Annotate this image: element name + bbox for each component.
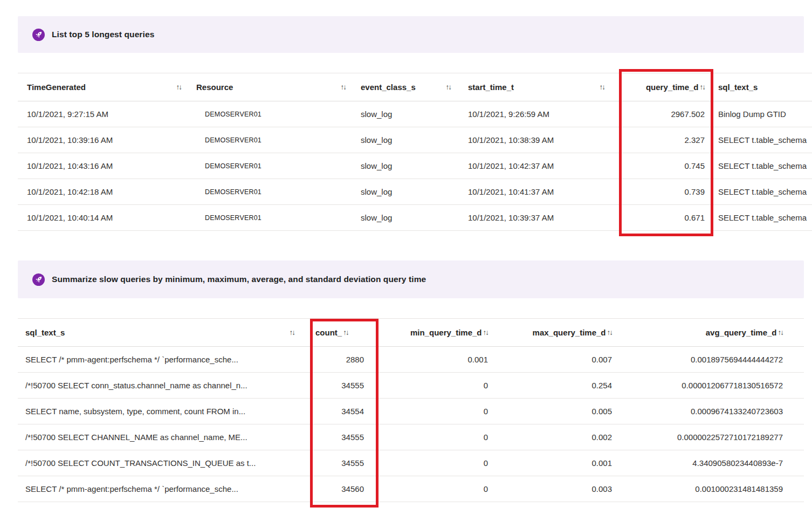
time-generated-cell: 10/1/2021, 9:27:15 AM [18, 109, 189, 119]
sql-text-cell: SELECT /* pmm-agent:perfschema */ `perfo… [18, 484, 302, 493]
column-header-count[interactable]: count_ ↑↓ [302, 328, 378, 337]
summary-table-row[interactable]: /*!50700 SELECT COUNT_TRANSACTIONS_IN_QU… [18, 450, 804, 476]
column-label: max_query_time_d [533, 328, 606, 337]
sort-icon: ↑↓ [342, 328, 348, 337]
max-query-time-cell: 0.002 [493, 433, 617, 442]
top-results-table: TimeGenerated ↑↓ Resource ↑↓ event_class… [18, 73, 812, 232]
prompt-banner-bottom[interactable]: Summarize slow queries by minimum, maxim… [18, 260, 804, 298]
time-generated-cell: 10/1/2021, 10:40:14 AM [18, 213, 189, 222]
min-query-time-cell: 0 [378, 458, 493, 468]
query-time-cell: 0.671 [612, 213, 713, 222]
top-table-row[interactable]: 10/1/2021, 10:43:16 AM DEMOSERVER01 slow… [18, 153, 812, 179]
summary-table-row[interactable]: SELECT /* pmm-agent:perfschema */ `perfo… [18, 476, 804, 502]
column-header-query-time[interactable]: query_time_d ↑↓ [612, 83, 713, 92]
sort-icon: ↑↓ [443, 83, 451, 91]
count-cell: 34555 [302, 381, 378, 390]
summary-table-row[interactable]: SELECT /* pmm-agent:perfschema */ `perfo… [18, 347, 804, 373]
min-query-time-cell: 0 [378, 407, 493, 416]
sort-icon: ↑↓ [699, 83, 705, 91]
summary-table-header-row: sql_text_s ↑↓ count_ ↑↓ min_query_time_d… [18, 318, 804, 347]
column-label: avg_query_time_d [706, 328, 777, 337]
event-class-cell: slow_log [353, 161, 458, 170]
event-class-cell: slow_log [353, 187, 458, 196]
summary-table-row[interactable]: /*!50700 SELECT CHANNEL_NAME as channel_… [18, 424, 804, 450]
sql-text-cell: /*!50700 SELECT COUNT_TRANSACTIONS_IN_QU… [18, 458, 302, 468]
sql-text-cell: Binlog Dump GTID [713, 109, 812, 119]
sql-text-cell: SELECT t.table_schema [713, 187, 812, 196]
column-label: query_time_d [646, 83, 699, 92]
avg-query-time-cell: 0.001000231481481359 [617, 484, 804, 493]
sql-text-cell: /*!50700 SELECT CHANNEL_NAME as channel_… [18, 433, 302, 442]
start-time-cell: 10/1/2021, 10:39:37 AM [458, 213, 612, 222]
sql-text-cell: SELECT t.table_schema [713, 135, 812, 145]
query-time-cell: 0.739 [612, 187, 713, 196]
max-query-time-cell: 0.003 [493, 484, 617, 493]
start-time-cell: 10/1/2021, 9:26:59 AM [458, 109, 612, 119]
event-class-cell: slow_log [353, 109, 458, 119]
copilot-rocket-icon [32, 29, 45, 41]
top-table-row[interactable]: 10/1/2021, 10:42:18 AM DEMOSERVER01 slow… [18, 179, 812, 205]
sql-text-cell: SELECT t.table_schema [713, 161, 812, 170]
prompt-text: List top 5 longest queries [52, 30, 154, 39]
sql-text-cell: SELECT name, subsystem, type, comment, c… [18, 407, 302, 416]
min-query-time-cell: 0.001 [378, 355, 493, 364]
column-label: count_ [315, 328, 342, 337]
top-table-row[interactable]: 10/1/2021, 9:27:15 AM DEMOSERVER01 slow_… [18, 101, 812, 127]
column-label: TimeGenerated [27, 83, 86, 92]
count-cell: 2880 [302, 355, 378, 364]
start-time-cell: 10/1/2021, 10:38:39 AM [458, 135, 612, 145]
resource-cell: DEMOSERVER01 [189, 188, 353, 196]
resource-cell: DEMOSERVER01 [189, 111, 353, 118]
column-header-sql-text[interactable]: sql_text_s ↑↓ [18, 328, 302, 337]
max-query-time-cell: 0.007 [493, 355, 617, 364]
column-header-min-query-time[interactable]: min_query_time_d ↑↓ [378, 328, 493, 337]
start-time-cell: 10/1/2021, 10:42:37 AM [458, 161, 612, 170]
sort-icon: ↑↓ [173, 83, 182, 91]
top-table-row[interactable]: 10/1/2021, 10:39:16 AM DEMOSERVER01 slow… [18, 127, 812, 153]
column-header-sql-text[interactable]: sql_text_s ↑↓ [713, 83, 812, 92]
min-query-time-cell: 0 [378, 484, 493, 493]
avg-query-time-cell: 0.000012067718130516572 [617, 381, 804, 390]
sort-icon: ↑↓ [596, 83, 605, 91]
column-label: sql_text_s [718, 83, 758, 92]
sort-icon: ↑↓ [482, 328, 488, 337]
sql-text-cell: SELECT /* pmm-agent:perfschema */ `perfo… [18, 355, 302, 364]
column-header-resource[interactable]: Resource ↑↓ [189, 83, 353, 92]
event-class-cell: slow_log [353, 213, 458, 222]
column-header-event-class[interactable]: event_class_s ↑↓ [353, 83, 458, 92]
column-header-max-query-time[interactable]: max_query_time_d ↑↓ [493, 328, 617, 337]
count-cell: 34554 [302, 407, 378, 416]
column-label: start_time_t [468, 83, 514, 92]
avg-query-time-cell: 0.0018975694444444272 [617, 355, 804, 364]
event-class-cell: slow_log [353, 135, 458, 145]
max-query-time-cell: 0.254 [493, 381, 617, 390]
count-cell: 34555 [302, 458, 378, 468]
sort-icon: ↑↓ [338, 83, 346, 91]
time-generated-cell: 10/1/2021, 10:42:18 AM [18, 187, 189, 196]
column-label: event_class_s [361, 83, 416, 92]
column-header-time-generated[interactable]: TimeGenerated ↑↓ [18, 83, 189, 92]
resource-cell: DEMOSERVER01 [189, 214, 353, 222]
time-generated-cell: 10/1/2021, 10:43:16 AM [18, 161, 189, 170]
min-query-time-cell: 0 [378, 381, 493, 390]
min-query-time-cell: 0 [378, 433, 493, 442]
column-label: Resource [196, 83, 233, 92]
summary-table-row[interactable]: /*!50700 SELECT conn_status.channel_name… [18, 373, 804, 399]
copilot-rocket-icon [32, 273, 45, 286]
query-time-cell: 0.745 [612, 161, 713, 170]
summary-table-row[interactable]: SELECT name, subsystem, type, comment, c… [18, 399, 804, 424]
column-label: min_query_time_d [410, 328, 482, 337]
summary-table: sql_text_s ↑↓ count_ ↑↓ min_query_time_d… [18, 318, 804, 504]
sort-icon: ↑↓ [286, 328, 295, 337]
column-header-start-time[interactable]: start_time_t ↑↓ [458, 83, 612, 92]
query-time-cell: 2.327 [612, 135, 713, 145]
prompt-banner-top[interactable]: List top 5 longest queries [18, 16, 804, 53]
sql-text-cell: SELECT t.table_schema [713, 213, 812, 222]
resource-cell: DEMOSERVER01 [189, 162, 353, 170]
prompt-text: Summarize slow queries by minimum, maxim… [52, 275, 426, 284]
max-query-time-cell: 0.005 [493, 407, 617, 416]
query-time-cell: 2967.502 [612, 109, 713, 119]
top-table-row[interactable]: 10/1/2021, 10:40:14 AM DEMOSERVER01 slow… [18, 205, 812, 231]
column-header-avg-query-time[interactable]: avg_query_time_d ↑↓ [617, 328, 804, 337]
resource-cell: DEMOSERVER01 [189, 136, 353, 144]
